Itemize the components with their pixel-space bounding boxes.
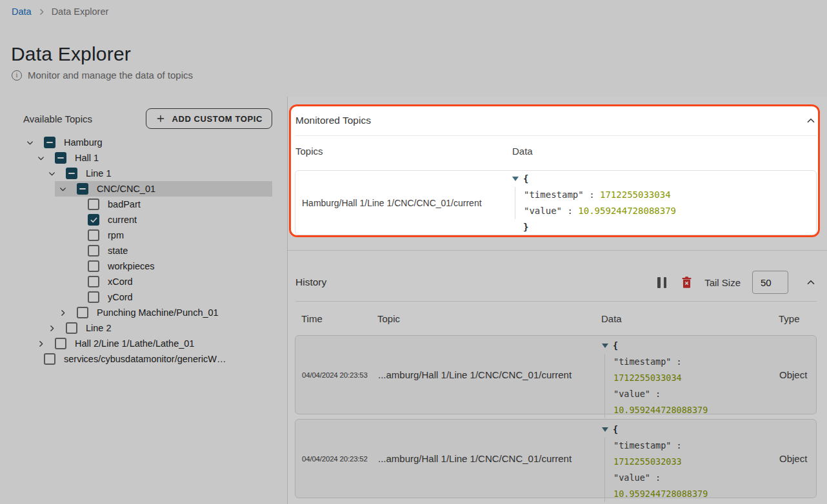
chevron-down-icon[interactable] xyxy=(33,154,48,162)
tail-size-label: Tail Size xyxy=(704,277,741,288)
minus-icon xyxy=(79,188,86,189)
json-viewer: {"timestamp" : 1712255033034"value" : 10… xyxy=(512,171,816,235)
tree-item-inner: Hall 2/Line 1/Lathe/Lathe_01 xyxy=(33,336,272,351)
tree-item[interactable]: Line 1 xyxy=(0,166,286,181)
history-column-time: Time xyxy=(301,313,377,324)
tree-checkbox[interactable] xyxy=(88,260,99,272)
tree-item-label: state xyxy=(108,246,128,256)
history-column-type: Type xyxy=(779,313,817,324)
monitored-topics-collapse-button[interactable] xyxy=(805,115,817,126)
tree-checkbox[interactable] xyxy=(66,168,77,179)
tree-checkbox[interactable] xyxy=(66,322,77,334)
tree-item[interactable]: CNC/CNC_01 xyxy=(0,181,286,197)
tree-item-label: yCord xyxy=(108,292,133,302)
tree-checkbox[interactable] xyxy=(55,338,66,349)
plus-icon xyxy=(155,113,166,124)
monitored-topic-row: Hamburg/Hall 1/Line 1/CNC/CNC_01/current… xyxy=(295,170,817,235)
tree-item[interactable]: Hamburg xyxy=(0,135,286,150)
json-key: "timestamp" xyxy=(524,189,584,200)
tree-checkbox[interactable] xyxy=(88,199,99,210)
monitored-topic-data: {"timestamp" : 1712255033034"value" : 10… xyxy=(512,171,816,235)
json-collapse-icon[interactable] xyxy=(512,177,519,184)
add-custom-topic-button[interactable]: ADD CUSTOM TOPIC xyxy=(146,108,272,129)
breadcrumb: Data Data Explorer xyxy=(12,6,108,17)
tree-item[interactable]: badPart xyxy=(0,197,286,212)
minus-icon xyxy=(46,142,53,143)
tree-item-label: rpm xyxy=(108,230,124,240)
tree-item-label: xCord xyxy=(108,276,133,287)
chevron-up-icon xyxy=(805,276,817,288)
json-key: "value" xyxy=(524,206,562,216)
chevron-down-icon[interactable] xyxy=(22,139,37,147)
tree-checkbox[interactable] xyxy=(77,307,88,318)
tree-item-label: Hall 1 xyxy=(75,153,99,163)
tail-size-input[interactable] xyxy=(752,271,788,294)
history-time: 04/04/2024 20:23:53 xyxy=(302,336,378,414)
tree-checkbox[interactable] xyxy=(88,276,99,287)
tree-item-inner: rpm xyxy=(66,228,272,243)
tree-item-inner: xCord xyxy=(66,274,272,289)
json-collapse-icon[interactable] xyxy=(602,427,608,435)
history-title: History xyxy=(295,276,326,288)
tree-checkbox[interactable] xyxy=(88,245,99,257)
tree-item-inner: Punching Machine/Punch_01 xyxy=(55,305,272,320)
tree-item-inner: yCord xyxy=(66,289,272,305)
history-column-data: Data xyxy=(601,313,779,324)
minus-icon xyxy=(57,157,64,159)
tree-item-label: badPart xyxy=(108,199,141,209)
history-data: {"timestamp" : 1712255032033"value" : 10… xyxy=(602,420,779,498)
tree-item[interactable]: xCord xyxy=(0,274,286,289)
history-topic: ...amburg/Hall 1/Line 1/CNC/CNC_01/curre… xyxy=(378,420,602,498)
monitored-topic-path: Hamburg/Hall 1/Line 1/CNC/CNC_01/current xyxy=(302,171,512,235)
chevron-down-icon[interactable] xyxy=(44,170,59,178)
tree-item[interactable]: workpieces xyxy=(0,258,286,274)
right-panel: Monitored Topics Topics Data Hamburg/Hal… xyxy=(287,97,827,504)
available-topics-title: Available Topics xyxy=(23,113,92,124)
chevron-right-icon[interactable] xyxy=(44,324,59,333)
tree-checkbox[interactable] xyxy=(88,229,99,241)
tree-item[interactable]: rpm xyxy=(0,228,286,243)
chevron-down-icon[interactable] xyxy=(55,185,70,193)
tree-checkbox[interactable] xyxy=(55,152,66,164)
tree-checkbox[interactable] xyxy=(44,353,55,365)
json-value: 10.959244728088379 xyxy=(613,489,708,499)
tree-item[interactable]: Hall 2/Line 1/Lathe/Lathe_01 xyxy=(0,336,286,351)
tree-checkbox[interactable] xyxy=(44,137,55,148)
tree-item-label: Hamburg xyxy=(64,137,103,148)
history-collapse-button[interactable] xyxy=(805,276,817,288)
json-key: "timestamp" xyxy=(613,440,671,451)
add-custom-topic-label: ADD CUSTOM TOPIC xyxy=(172,114,263,124)
history-data: {"timestamp" : 1712255033034"value" : 10… xyxy=(602,336,779,414)
tree-item[interactable]: Line 2 xyxy=(0,320,286,336)
tree-item-inner: badPart xyxy=(66,197,272,212)
breadcrumb-link-data[interactable]: Data xyxy=(12,6,32,17)
info-icon: i xyxy=(12,70,22,81)
tree-item[interactable]: current xyxy=(0,212,286,228)
tree-item-inner: Hamburg xyxy=(22,135,272,150)
tree-checkbox[interactable] xyxy=(88,291,99,303)
tree-item-inner: Line 1 xyxy=(44,166,272,181)
tree-item[interactable]: services/cybusdatamonitor/genericW… xyxy=(0,351,286,367)
tree-item-inner: CNC/CNC_01 xyxy=(55,181,272,197)
chevron-right-icon[interactable] xyxy=(55,309,70,317)
tree-item-inner: state xyxy=(66,243,272,258)
pause-icon xyxy=(657,277,666,288)
divider xyxy=(288,250,827,251)
tree-item-inner: Hall 1 xyxy=(33,150,272,166)
tree-checkbox[interactable] xyxy=(88,214,99,226)
json-collapse-icon[interactable] xyxy=(602,344,608,351)
history-time: 04/04/2024 20:23:52 xyxy=(302,420,378,498)
tree-item[interactable]: yCord xyxy=(0,289,286,305)
clear-history-button[interactable] xyxy=(681,276,693,289)
json-value: 10.959244728088379 xyxy=(613,405,708,415)
tree-item-label: services/cybusdatamonitor/genericW… xyxy=(64,354,226,364)
pause-history-button[interactable] xyxy=(657,277,666,288)
tree-checkbox[interactable] xyxy=(77,183,88,195)
history-list: 04/04/2024 20:23:53...amburg/Hall 1/Line… xyxy=(295,335,817,498)
tree-item[interactable]: state xyxy=(0,243,286,258)
chevron-right-icon[interactable] xyxy=(33,340,48,348)
tree-item[interactable]: Punching Machine/Punch_01 xyxy=(0,305,286,320)
tree-item[interactable]: Hall 1 xyxy=(0,150,286,166)
history-topic: ...amburg/Hall 1/Line 1/CNC/CNC_01/curre… xyxy=(378,336,602,414)
monitored-topics-list: Hamburg/Hall 1/Line 1/CNC/CNC_01/current… xyxy=(295,170,817,235)
